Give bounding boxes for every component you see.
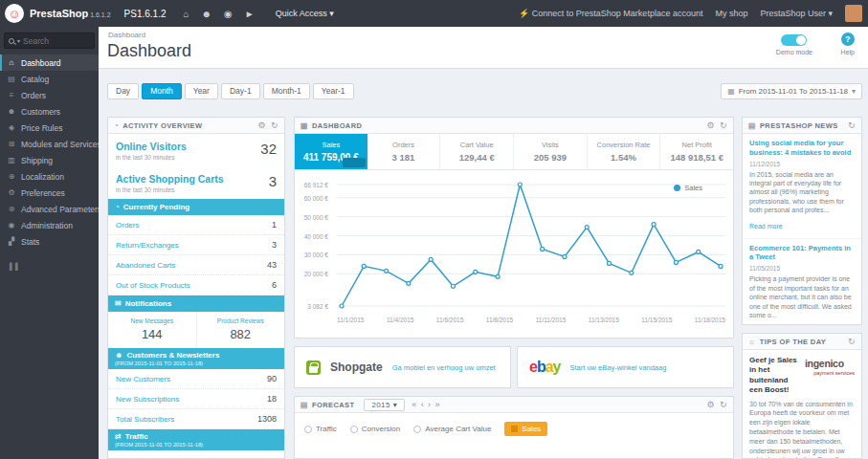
ebay-link[interactable]: Start uw eBay-winkel vandaag <box>570 363 667 372</box>
x-tick-label: 11/11/2015 <box>536 317 567 323</box>
sidebar-item-dashboard[interactable]: ⌂Dashboard <box>0 55 99 71</box>
breadcrumb[interactable]: Dashboard <box>108 31 145 39</box>
news-article-title[interactable]: Using social media for your business: 4 … <box>749 139 855 158</box>
sidebar-collapse-icon[interactable]: ▌▌ <box>0 263 99 270</box>
orders-icon: ≡ <box>7 91 16 99</box>
sidebar-item-administration[interactable]: ◉Administration <box>0 217 99 233</box>
sidebar-item-catalog[interactable]: ▤Catalog <box>0 71 99 87</box>
chart-y-axis: 66 912 €60 000 €50 000 €40 000 €30 000 €… <box>295 180 333 314</box>
read-more-link[interactable]: Read more <box>749 223 783 230</box>
total-subscribers-row[interactable]: Total Subscribers1308 <box>108 409 284 429</box>
pending-returns-row[interactable]: Return/Exchanges3 <box>108 235 284 255</box>
filter-month-button[interactable]: Month <box>142 83 182 99</box>
ingenico-logo[interactable]: ingenico payment services <box>805 356 855 396</box>
shop-icon[interactable]: ⌂ <box>183 9 189 19</box>
tab-cart-value[interactable]: Cart Value129,44 € <box>440 134 514 169</box>
gear-icon[interactable]: ⚙ <box>707 400 715 409</box>
y-tick-label: 60 000 € <box>304 194 328 201</box>
marketplace-connect-link[interactable]: ⚡ Connect to PrestaShop Marketplace acco… <box>519 9 702 18</box>
news-article-title[interactable]: Ecommerce 101: Payments in a Tweet <box>749 244 855 263</box>
filter-day-1-button[interactable]: Day-1 <box>221 83 260 99</box>
forecast-legend-average-cart-value[interactable]: Average Cart Value <box>413 425 491 433</box>
activity-panel-title: ACTIVITY OVERVIEW <box>122 121 202 130</box>
help-icon[interactable]: ? <box>841 33 855 46</box>
tab-visits[interactable]: Visits205 939 <box>514 134 588 169</box>
new-subscriptions-row[interactable]: New Subscriptions18 <box>108 389 284 409</box>
customer-icon[interactable]: ☻ <box>202 9 212 19</box>
sidebar-item-preferences[interactable]: ⚙Preferences <box>0 185 99 201</box>
sidebar-item-advanced-parameters[interactable]: ⊛Advanced Parameters <box>0 201 99 217</box>
new-messages-cell[interactable]: New Messages 144 <box>108 312 196 348</box>
prev-page-icon[interactable]: ‹ <box>421 400 424 409</box>
prestashop-admin: ☺ PrestaShop1.6.1.2 PS1.6.1.2 ⌂ ☻ ◉ ► Qu… <box>0 0 868 459</box>
forecast-legend-conversion[interactable]: Conversion <box>350 425 400 433</box>
chart-legend[interactable]: Sales <box>674 184 702 192</box>
clock-icon: ◔ <box>115 203 120 211</box>
demo-mode-toggle[interactable] <box>781 34 807 46</box>
google-analytics-link[interactable]: ↗ Link to your Google Analytics account <box>108 450 284 459</box>
shop-name[interactable]: PS1.6.1.2 <box>124 9 167 19</box>
product-reviews-cell[interactable]: Product Reviews 882 <box>196 312 285 348</box>
user-menu[interactable]: PrestaShop User ▾ <box>760 9 833 18</box>
brand: PrestaShop1.6.1.2 <box>30 8 111 19</box>
refresh-icon[interactable]: ↻ <box>848 120 856 130</box>
refresh-icon[interactable]: ↻ <box>848 337 856 346</box>
forecast-panel-header: ▤ FORECAST 2015▾ « ‹ › » ⚙ ↻ <box>295 397 733 413</box>
pending-orders-row[interactable]: Orders1 <box>108 215 284 235</box>
sidebar-item-localization[interactable]: ⊕Localization <box>0 168 99 185</box>
sidebar-search: ▾ <box>4 33 95 49</box>
page-header: Dashboard Dashboard Demo mode ? Help <box>99 27 868 69</box>
my-shop-link[interactable]: My shop <box>715 9 747 18</box>
out-of-stock-row[interactable]: Out of Stock Products6 <box>108 275 284 295</box>
gear-icon[interactable]: ⚙ <box>707 120 715 130</box>
search-input[interactable] <box>23 36 78 46</box>
refresh-icon[interactable]: ↻ <box>720 400 727 409</box>
forecast-year-select[interactable]: 2015▾ <box>364 399 405 411</box>
new-customers-row[interactable]: New Customers90 <box>108 369 284 389</box>
user-avatar[interactable] <box>845 5 862 22</box>
sidebar-item-label: Localization <box>21 172 64 182</box>
tab-net-profit[interactable]: Net Profit148 918,51 € <box>660 134 733 169</box>
sidebar-item-customers[interactable]: ☻Customers <box>0 103 99 120</box>
activity-overview-panel: ◔ ACTIVITY OVERVIEW ⚙ ↻ Online Visitors … <box>107 117 285 459</box>
forecast-legend-sales[interactable]: Sales <box>504 422 547 436</box>
sidebar-item-price-rules[interactable]: ◈Price Rules <box>0 120 99 136</box>
search-caret-icon[interactable]: ▾ <box>17 37 20 44</box>
gear-icon[interactable]: ⚙ <box>258 120 266 130</box>
filter-year-button[interactable]: Year <box>185 83 218 99</box>
filter-month-1-button[interactable]: Month-1 <box>263 83 310 99</box>
tab-sales[interactable]: Sales411 759,00 € <box>295 134 367 169</box>
active-carts-kpi[interactable]: Active Shopping Carts in the last 30 min… <box>108 166 284 199</box>
filter-year-1-button[interactable]: Year-1 <box>313 83 354 99</box>
rocket-icon[interactable]: ► <box>245 9 255 19</box>
notifications-icon[interactable]: ◉ <box>224 9 233 19</box>
shopgate-link[interactable]: Ga mobiel en verhoog uw omzet <box>392 363 496 372</box>
sidebar-item-orders[interactable]: ≡Orders <box>0 87 99 103</box>
active-carts-value: 3 <box>269 173 277 189</box>
sales-demo-badge <box>343 158 366 167</box>
chevron-down-icon: ▾ <box>393 401 397 409</box>
abandoned-carts-row[interactable]: Abandoned Carts43 <box>108 255 284 275</box>
sidebar-item-stats[interactable]: ▞Stats <box>0 233 99 250</box>
date-range-picker[interactable]: ▦ From 2015-11-01 To 2015-11-18 ▾ <box>721 83 862 99</box>
tab-conversion-rate[interactable]: Conversion Rate1.54% <box>588 134 661 169</box>
filter-day-button[interactable]: Day <box>107 83 139 99</box>
prestashop-logo-icon[interactable]: ☺ <box>5 4 24 23</box>
refresh-icon[interactable]: ↻ <box>720 120 727 130</box>
last-page-icon[interactable]: » <box>434 400 439 409</box>
first-page-icon[interactable]: « <box>412 400 416 409</box>
sidebar-item-modules[interactable]: ⊞Modules and Services <box>0 136 99 152</box>
news-article-date: 11/05/2015 <box>749 265 855 272</box>
online-visitors-kpi[interactable]: Online Visitors in the last 30 minutes 3… <box>108 134 284 166</box>
tab-orders[interactable]: Orders3 181 <box>367 134 441 169</box>
quick-access-menu[interactable]: Quick Access ▾ <box>276 9 334 18</box>
news-article: Ecommerce 101: Payments in a Tweet 11/05… <box>743 239 861 325</box>
notifications-grid: New Messages 144 Product Reviews 882 <box>108 312 284 348</box>
forecast-legend-traffic[interactable]: Traffic <box>304 425 337 433</box>
activity-icon: ◔ <box>114 121 119 130</box>
next-page-icon[interactable]: › <box>428 400 431 409</box>
x-tick-label: 11/4/2015 <box>387 317 413 323</box>
refresh-icon[interactable]: ↻ <box>271 120 278 130</box>
sidebar-item-shipping[interactable]: ▥Shipping <box>0 152 99 168</box>
prestashop-news-panel: ▤ PRESTASHOP NEWS ↻ Using social media f… <box>742 117 862 325</box>
